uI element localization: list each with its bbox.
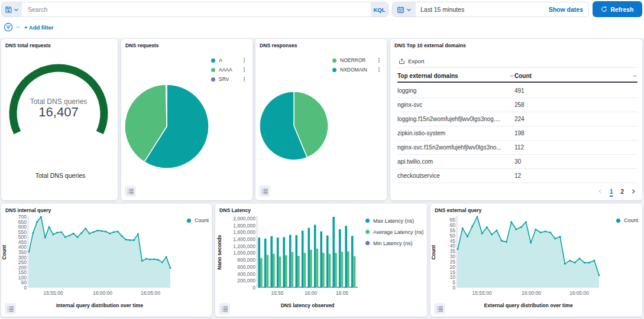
legend-item-count[interactable]: Count (187, 215, 209, 226)
svg-text:15:55: 15:55 (271, 290, 284, 296)
svg-text:600,000: 600,000 (237, 264, 255, 270)
chevron-down-icon[interactable] (632, 73, 637, 79)
legend-item-max-latency-ns[interactable]: Max Latency (ns) (365, 215, 424, 226)
kql-button[interactable]: KQL (371, 2, 388, 17)
y-axis-ticks: 05101520253035404550556065 (450, 217, 456, 291)
legend-toggle-button[interactable] (125, 185, 136, 197)
svg-text:600: 600 (18, 224, 27, 230)
svg-text:16:00:00: 16:00:00 (93, 290, 112, 296)
svg-text:650: 650 (18, 219, 27, 225)
column-header-count[interactable]: Count (514, 73, 637, 79)
previous-page-button[interactable] (597, 188, 603, 194)
table-row: zipkin.istio-system198 (397, 126, 637, 141)
cell-domain: checkoutservice (397, 172, 514, 179)
export-label: Export (408, 58, 424, 64)
panel-dns-external-query: DNS external query 051015202530354045505… (431, 204, 642, 317)
svg-text:2,000,000: 2,000,000 (233, 216, 255, 222)
add-filter-link[interactable]: + Add filter (24, 24, 54, 31)
legend-item-average-latency-ns[interactable]: Average Latency (ns) (365, 226, 424, 237)
panel-dns-requests: DNS requests AAAAASRV (121, 39, 253, 200)
page-1-button[interactable]: 1 (609, 188, 614, 195)
table-row: logging.f15n2womfujehfjlwv0lgs3nog....22… (397, 112, 637, 126)
svg-text:1,000,000: 1,000,000 (233, 250, 255, 256)
gauge-chart: Total DNS queries16,407Total DNS queries (1, 39, 118, 200)
area-chart-svg: 0510152025303540455055606515:55:0016:00:… (431, 204, 642, 317)
legend-actions-icon[interactable] (378, 67, 380, 72)
legend-label: Count (624, 217, 638, 223)
legend-toggle-button[interactable] (259, 185, 270, 197)
x-axis-ticks: 15:55:0016:00:0016:05:00 (473, 290, 590, 296)
area-chart-svg: 0501001502002503003504004505005506006507… (1, 204, 212, 317)
cell-count: 198 (514, 130, 637, 136)
list-icon (221, 305, 228, 313)
filter-icon[interactable] (4, 22, 13, 32)
legend-item-count[interactable]: Count (616, 215, 639, 226)
chevron-down-icon[interactable] (509, 73, 514, 79)
list-icon (7, 305, 14, 313)
svg-text:25: 25 (450, 259, 456, 265)
list-icon (436, 305, 444, 313)
legend-label: Min Latency (ns) (373, 240, 413, 246)
legend-item-noerror[interactable]: NOERROR (332, 56, 380, 65)
svg-text:30: 30 (450, 253, 456, 259)
cell-domain: nginx-svc (397, 102, 514, 108)
chevron-right-icon (630, 188, 636, 194)
panel-title[interactable]: DNS Top 10 external domains (394, 43, 466, 48)
chart-legend: AAAAASRV (211, 56, 245, 84)
show-dates-link[interactable]: Show dates (549, 2, 588, 17)
refresh-button[interactable]: Refresh (593, 1, 642, 17)
legend-actions-icon[interactable] (244, 58, 245, 63)
table-header: Top external domains Count (397, 70, 637, 83)
calendar-icon (397, 6, 404, 14)
chart-legend: NOERRORNXDOMAIN (332, 56, 380, 74)
legend-item-nxdomain[interactable]: NXDOMAIN (332, 65, 380, 74)
table-body: logging491nginx-svc258logging.f15n2womfu… (397, 84, 637, 183)
legend-item-srv[interactable]: SRV (211, 74, 245, 84)
svg-text:45: 45 (450, 238, 456, 244)
legend-item-min-latency-ns[interactable]: Min Latency (ns) (365, 237, 424, 249)
svg-text:20: 20 (450, 264, 456, 270)
column-header-domains[interactable]: Top external domains (397, 73, 514, 79)
svg-text:16:05:00: 16:05:00 (569, 290, 589, 296)
table-row: api.twilio.com30 (397, 155, 637, 169)
legend-actions-icon[interactable] (244, 77, 245, 82)
legend-color-dot (365, 241, 370, 245)
svg-text:5: 5 (452, 279, 455, 285)
legend-label: Count (195, 217, 209, 223)
legend-item-aaaa[interactable]: AAAA (211, 65, 245, 74)
legend-toggle-button[interactable] (5, 303, 16, 314)
query-top-bar: KQL Last 15 minutes Show dates Refresh (0, 0, 644, 38)
legend-color-dot (365, 230, 370, 234)
area-chart: 0510152025303540455055606515:55:0016:00:… (431, 204, 642, 317)
chart-legend: Max Latency (ns)Average Latency (ns)Min … (365, 215, 424, 249)
svg-text:0: 0 (452, 285, 455, 291)
panel-top-external-domains: DNS Top 10 external domains Export Top e… (390, 39, 642, 200)
export-icon (399, 58, 405, 64)
filter-bar-divider (16, 27, 20, 28)
svg-text:16:05:00: 16:05:00 (141, 290, 160, 296)
export-button[interactable]: Export (399, 58, 424, 64)
legend-actions-icon[interactable] (378, 58, 380, 63)
panel-dns-total-requests: DNS total requests Total DNS queries16,4… (1, 39, 118, 200)
legend-toggle-button[interactable] (434, 303, 445, 314)
saved-query-menu-button[interactable] (2, 2, 22, 17)
time-range-label[interactable]: Last 15 minutes (416, 2, 464, 17)
x-axis-ticks: 15:55:0016:00:0016:05:00 (44, 290, 161, 296)
svg-text:16:00: 16:00 (305, 290, 318, 296)
legend-color-dot (211, 58, 215, 63)
page-2-button[interactable]: 2 (619, 188, 625, 195)
svg-text:550: 550 (18, 229, 27, 235)
date-quick-select-button[interactable] (393, 2, 416, 17)
legend-item-a[interactable]: A (211, 56, 245, 65)
svg-text:65: 65 (450, 217, 456, 223)
svg-text:15:55:00: 15:55:00 (473, 290, 492, 296)
search-bar: KQL (1, 2, 389, 17)
legend-toggle-button[interactable] (219, 303, 230, 314)
table-row: logging491 (397, 84, 637, 98)
search-input[interactable] (22, 2, 371, 17)
chevron-left-icon (597, 188, 603, 194)
legend-actions-icon[interactable] (244, 67, 245, 72)
y-axis-line (256, 216, 258, 288)
next-page-button[interactable] (630, 188, 636, 194)
legend-label: SRV (219, 76, 229, 82)
